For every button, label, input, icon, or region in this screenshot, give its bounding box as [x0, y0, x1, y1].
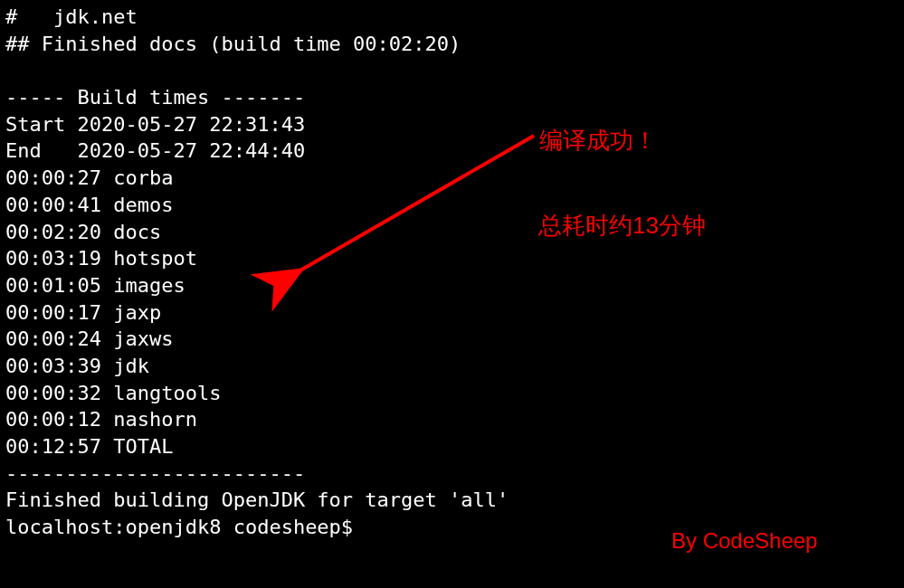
terminal-line: 00:00:32 langtools	[5, 380, 899, 407]
terminal-output: # jdk.net## Finished docs (build time 00…	[5, 4, 899, 541]
terminal-line	[5, 57, 899, 84]
terminal-line: 00:12:57 TOTAL	[5, 433, 899, 460]
terminal-line: Start 2020-05-27 22:31:43	[5, 111, 899, 138]
terminal-line: 00:03:39 jdk	[5, 353, 899, 380]
terminal-line: ----- Build times -------	[5, 84, 899, 111]
terminal-line: 00:01:05 images	[5, 272, 899, 299]
terminal-line: 00:00:12 nashorn	[5, 406, 899, 433]
terminal-line: -------------------------	[5, 460, 899, 488]
terminal-line: 00:02:20 docs	[5, 219, 899, 246]
terminal-line: ## Finished docs (build time 00:02:20)	[5, 31, 899, 58]
terminal-line: Finished building OpenJDK for target 'al…	[5, 487, 899, 514]
terminal-line: localhost:openjdk8 codesheep$	[5, 514, 899, 541]
terminal-line: 00:00:27 corba	[5, 165, 899, 192]
terminal-line: 00:00:24 jaxws	[5, 326, 899, 353]
terminal-line: 00:00:41 demos	[5, 192, 899, 219]
terminal-line: 00:00:17 jaxp	[5, 299, 899, 327]
terminal-line: # jdk.net	[5, 4, 899, 31]
terminal-line: 00:03:19 hotspot	[5, 245, 899, 272]
terminal-line: End 2020-05-27 22:44:40	[5, 138, 899, 165]
